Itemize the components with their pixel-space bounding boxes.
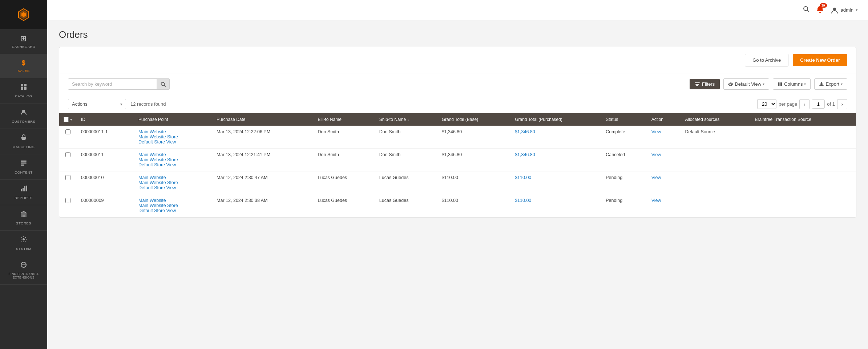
- checkbox-dropdown-icon[interactable]: ▾: [70, 117, 72, 122]
- sidebar-item-marketing[interactable]: MARKETING: [0, 129, 47, 154]
- row-action: View: [647, 194, 681, 217]
- columns-button[interactable]: Columns ▾: [773, 78, 811, 90]
- select-all-checkbox[interactable]: [64, 117, 69, 122]
- row-view-link[interactable]: View: [651, 129, 661, 134]
- sidebar-item-dashboard[interactable]: ⊞ DASHBOARD: [0, 29, 47, 54]
- purchase-point-view-link[interactable]: Default Store View: [138, 185, 176, 190]
- col-header-bill-to[interactable]: Bill-to Name: [313, 113, 375, 126]
- svg-rect-6: [21, 163, 27, 164]
- checkbox-header: ▾: [59, 113, 77, 126]
- view-button[interactable]: Default View ▾: [723, 78, 769, 90]
- col-header-id[interactable]: ID: [77, 113, 134, 126]
- row-id: 000000011-1: [77, 126, 134, 149]
- svg-rect-20: [778, 82, 779, 86]
- user-icon: [831, 6, 839, 14]
- row-grand-total-purchased: $1,346.80: [510, 126, 601, 149]
- grand-total-purchased-link[interactable]: $110.00: [515, 175, 531, 180]
- user-menu[interactable]: admin ▾: [831, 6, 858, 14]
- sidebar-item-partners[interactable]: FIND PARTNERS & EXTENSIONS: [0, 256, 47, 285]
- grand-total-purchased-link[interactable]: $110.00: [515, 198, 531, 203]
- partners-icon: [20, 261, 27, 270]
- purchase-point-store-link[interactable]: Main Website Store: [138, 180, 178, 185]
- row-status: Canceled: [601, 149, 647, 171]
- orders-top-row: Go to Archive Create New Order: [59, 47, 856, 73]
- purchase-point-main-link[interactable]: Main Website: [138, 175, 166, 180]
- svg-rect-11: [26, 186, 27, 191]
- row-action: View: [647, 126, 681, 149]
- purchase-point-view-link[interactable]: Default Store View: [138, 208, 176, 213]
- col-header-action[interactable]: Action: [647, 113, 681, 126]
- actions-select-wrap: Actions: [68, 99, 126, 109]
- archive-button[interactable]: Go to Archive: [745, 54, 788, 66]
- pagination: 20 per page ‹ of 1 ›: [757, 99, 847, 109]
- export-button[interactable]: Export ▾: [814, 78, 847, 90]
- search-submit-button[interactable]: [157, 78, 170, 90]
- sidebar-item-catalog[interactable]: CATALOG: [0, 78, 47, 104]
- filter-icon: [695, 82, 700, 87]
- row-view-link[interactable]: View: [651, 175, 661, 180]
- row-purchase-point: Main Website Main Website Store Default …: [134, 126, 212, 149]
- purchase-point-store-link[interactable]: Main Website Store: [138, 203, 178, 208]
- prev-page-button[interactable]: ‹: [799, 99, 810, 109]
- sidebar-item-reports[interactable]: REPORTS: [0, 180, 47, 205]
- svg-rect-2: [21, 87, 23, 90]
- purchase-point-main-link[interactable]: Main Website: [138, 198, 166, 203]
- purchase-point-main-link[interactable]: Main Website: [138, 129, 166, 134]
- sidebar-item-customers[interactable]: CUSTOMERS: [0, 104, 47, 129]
- row-braintree: [751, 149, 856, 171]
- page-number-input[interactable]: [812, 100, 825, 109]
- row-id: 000000009: [77, 194, 134, 217]
- row-checkbox[interactable]: [65, 152, 70, 157]
- actions-select[interactable]: Actions: [68, 99, 126, 109]
- search-input[interactable]: [68, 78, 170, 90]
- sidebar-item-sales[interactable]: $ SALES: [0, 54, 47, 78]
- col-header-braintree[interactable]: Braintree Transaction Source: [751, 113, 856, 126]
- row-status: Pending: [601, 171, 647, 194]
- purchase-point-store-link[interactable]: Main Website Store: [138, 134, 178, 139]
- col-header-status[interactable]: Status: [601, 113, 647, 126]
- sidebar-item-system[interactable]: SYSTEM: [0, 231, 47, 256]
- purchase-point-view-link[interactable]: Default Store View: [138, 139, 176, 145]
- col-header-purchase-point[interactable]: Purchase Point: [134, 113, 212, 126]
- sidebar-item-stores[interactable]: STORES: [0, 205, 47, 231]
- sidebar: ⊞ DASHBOARD $ SALES CATALOG CUSTOMERS MA…: [0, 0, 47, 349]
- purchase-point-main-link[interactable]: Main Website: [138, 152, 166, 157]
- content-icon: [20, 159, 27, 169]
- row-bill-to: Don Smith: [313, 126, 375, 149]
- col-header-grand-total-purchased[interactable]: Grand Total (Purchased): [510, 113, 601, 126]
- col-header-purchase-date[interactable]: Purchase Date: [212, 113, 313, 126]
- svg-rect-22: [781, 82, 782, 86]
- filter-left: [68, 78, 685, 90]
- next-page-button[interactable]: ›: [837, 99, 847, 109]
- row-allocated-sources: [681, 149, 750, 171]
- notification-bell[interactable]: 39: [816, 5, 824, 15]
- row-checkbox[interactable]: [65, 175, 70, 180]
- page-size-select[interactable]: 20: [757, 99, 776, 109]
- svg-rect-21: [780, 82, 781, 86]
- col-header-ship-to[interactable]: Ship-to Name ↓: [375, 113, 437, 126]
- purchase-point-store-link[interactable]: Main Website Store: [138, 157, 178, 162]
- purchase-point-view-link[interactable]: Default Store View: [138, 162, 176, 167]
- row-view-link[interactable]: View: [651, 152, 661, 157]
- export-dropdown-icon: ▾: [841, 82, 843, 86]
- grand-total-purchased-link[interactable]: $1,346.80: [515, 152, 535, 157]
- row-view-link[interactable]: View: [651, 198, 661, 203]
- row-action: View: [647, 171, 681, 194]
- per-page-label: per page: [779, 101, 797, 107]
- grand-total-purchased-link[interactable]: $1,346.80: [515, 129, 535, 134]
- sidebar-item-content[interactable]: CONTENT: [0, 154, 47, 180]
- sidebar-item-label: SYSTEM: [16, 247, 31, 251]
- export-icon: [819, 82, 824, 87]
- create-order-button[interactable]: Create New Order: [793, 54, 847, 66]
- row-checkbox[interactable]: [65, 198, 70, 203]
- row-checkbox[interactable]: [65, 129, 70, 134]
- col-header-allocated[interactable]: Allocated sources: [681, 113, 750, 126]
- filters-button[interactable]: Filters: [690, 79, 720, 89]
- topbar-search-icon[interactable]: [803, 6, 810, 14]
- col-header-grand-total-base[interactable]: Grand Total (Base): [437, 113, 510, 126]
- table-row: 000000009 Main Website Main Website Stor…: [59, 194, 856, 217]
- row-grand-total-purchased: $1,346.80: [510, 149, 601, 171]
- row-purchase-point: Main Website Main Website Store Default …: [134, 149, 212, 171]
- row-status: Complete: [601, 126, 647, 149]
- row-ship-to: Lucas Guedes: [375, 171, 437, 194]
